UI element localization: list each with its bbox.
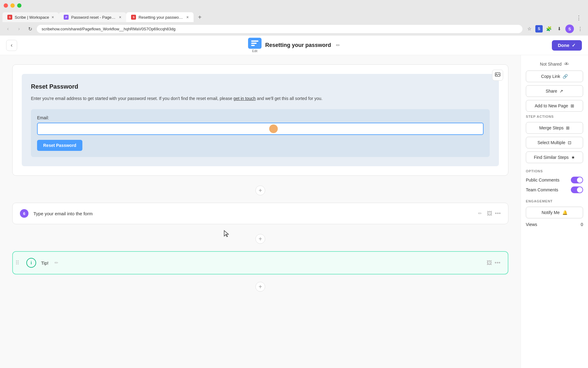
email-input-wrap: [37, 123, 484, 135]
reset-password-demo: Reset Password Enter you're email addres…: [22, 74, 499, 166]
reset-password-button[interactable]: Reset Password: [37, 140, 82, 151]
add-step-1-button[interactable]: +: [255, 186, 265, 195]
step-5-card: Reset Password Enter you're email addres…: [12, 64, 508, 176]
step-6-item: 6 Type your email into the form ✏ 🖼 •••: [12, 203, 508, 224]
svg-point-4: [496, 74, 497, 75]
copy-link-button[interactable]: Copy Link 🔗: [526, 71, 583, 82]
svg-rect-0: [251, 40, 258, 42]
step-6-edit-icon[interactable]: ✏: [478, 211, 482, 216]
share-label: Share: [546, 89, 557, 94]
views-count: 0: [581, 222, 583, 227]
team-comments-row: Team Comments: [526, 186, 583, 193]
step-6-more-icon[interactable]: •••: [495, 210, 501, 217]
tab-title-pageflows: Password reset - Page Flows: [71, 15, 116, 20]
back-button[interactable]: ‹: [6, 40, 17, 51]
favicon-pageflows: P: [64, 15, 69, 20]
new-tab-button[interactable]: +: [195, 12, 205, 22]
tab-close-active[interactable]: ×: [186, 15, 189, 20]
tab-bar: S Scribe | Workspace × P Password reset …: [0, 11, 588, 22]
merge-steps-button[interactable]: Merge Steps ⊞: [526, 122, 583, 134]
tab-scribe-workspace[interactable]: S Scribe | Workspace ×: [2, 12, 59, 22]
public-comments-row: Public Comments: [526, 177, 583, 183]
address-bar: ‹ › ↻ ☆ S 🧩 ⬇ S ⋮: [0, 22, 588, 36]
options-title: OPTIONS: [526, 169, 583, 173]
email-input[interactable]: [37, 123, 484, 135]
app-header: ‹ Edit Resetting your password ✏ Done ✓: [0, 36, 588, 55]
add-step-2-container: +: [12, 229, 508, 249]
profile-avatar[interactable]: S: [565, 25, 574, 33]
download-icon[interactable]: ⬇: [555, 25, 564, 33]
team-comments-toggle[interactable]: [571, 186, 583, 193]
scribe-logo: Edit: [248, 38, 262, 53]
public-comments-toggle[interactable]: [571, 177, 583, 183]
notify-me-button[interactable]: Notify Me 🔔: [526, 207, 583, 218]
right-sidebar: Not Shared 👁 Copy Link 🔗 Share ↗ Add to …: [521, 55, 588, 368]
close-button[interactable]: [4, 3, 8, 8]
tip-card-container: ⠿ i Tip! ✏ 🖼 •••: [12, 251, 508, 274]
title-edit-icon[interactable]: ✏: [336, 42, 340, 48]
tab-close-pageflows[interactable]: ×: [119, 15, 121, 20]
add-to-new-page-label: Add to New Page: [535, 103, 568, 108]
tip-card: ⠿ i Tip! ✏ 🖼 •••: [12, 251, 508, 274]
find-similar-button[interactable]: Find Similar Steps ★: [526, 151, 583, 163]
tab-title-active: Resetting your password | Scri...: [138, 15, 184, 20]
add-step-3-button[interactable]: +: [255, 282, 265, 292]
done-button[interactable]: Done ✓: [552, 40, 582, 51]
copy-link-icon: 🔗: [563, 74, 568, 79]
team-comments-toggle-knob: [577, 187, 582, 193]
add-to-new-page-icon: ⊞: [571, 103, 574, 108]
add-step-2-button[interactable]: +: [255, 234, 265, 244]
views-label: Views: [526, 222, 537, 227]
merge-steps-label: Merge Steps: [539, 125, 564, 130]
extension-icon[interactable]: S: [535, 25, 543, 33]
tab-close-scribe[interactable]: ×: [51, 15, 54, 20]
header-center: Edit Resetting your password ✏: [248, 38, 340, 53]
not-shared-eye-icon: 👁: [564, 61, 569, 67]
reset-password-title: Reset Password: [31, 83, 490, 90]
extensions-button[interactable]: 🧩: [545, 25, 553, 33]
engagement-title: ENGAGEMENT: [526, 199, 583, 203]
tip-edit-icon[interactable]: ✏: [55, 260, 58, 266]
svg-rect-1: [251, 43, 257, 44]
favicon-active: S: [131, 15, 136, 20]
bookmark-icon[interactable]: ☆: [525, 25, 533, 33]
not-shared-row: Not Shared 👁: [526, 61, 583, 67]
tab-pageflows[interactable]: P Password reset - Page Flows ×: [59, 12, 126, 22]
share-button[interactable]: Share ↗: [526, 85, 583, 97]
notify-me-label: Notify Me: [541, 210, 560, 215]
step-6-image-icon[interactable]: 🖼: [487, 210, 492, 217]
svg-rect-2: [251, 45, 255, 46]
add-step-3-container: +: [12, 277, 508, 297]
merge-steps-icon: ⊞: [566, 125, 570, 130]
tip-info-icon: i: [26, 258, 36, 268]
views-row: Views 0: [526, 222, 583, 227]
url-input[interactable]: [37, 25, 522, 33]
find-similar-icon: ★: [571, 155, 575, 160]
email-form: Email: Reset Password: [31, 109, 490, 157]
add-step-1-container: +: [12, 181, 508, 200]
card-screenshot-icon[interactable]: [492, 70, 503, 81]
tab-active[interactable]: S Resetting your password | Scri... ×: [126, 12, 194, 22]
maximize-button[interactable]: [17, 3, 21, 8]
content-area: Reset Password Enter you're email addres…: [0, 55, 521, 368]
add-to-new-page-button[interactable]: Add to New Page ⊞: [526, 100, 583, 112]
select-multiple-button[interactable]: Select Multiple ⊡: [526, 137, 583, 148]
email-label: Email:: [37, 115, 484, 120]
forward-nav-button[interactable]: ›: [15, 25, 23, 33]
options-section: OPTIONS Public Comments Team Comments: [526, 169, 583, 193]
get-in-touch-link[interactable]: get in touch: [233, 96, 255, 101]
step-6-actions: 🖼 •••: [487, 210, 501, 217]
minimize-button[interactable]: [10, 3, 15, 8]
done-label: Done: [558, 43, 570, 48]
tip-image-icon[interactable]: 🖼: [487, 260, 492, 266]
scribe-logo-icon: [248, 38, 262, 49]
chrome-settings-icon[interactable]: ⋮: [576, 25, 584, 33]
chrome-menu-icon[interactable]: ⋮: [575, 13, 583, 22]
drag-handle-icon[interactable]: ⠿: [15, 259, 19, 266]
back-nav-button[interactable]: ‹: [4, 25, 12, 33]
favicon-scribe: S: [7, 15, 12, 20]
team-comments-label: Team Comments: [526, 187, 558, 192]
tip-more-icon[interactable]: •••: [495, 260, 500, 266]
step-actions-title: STEP ACTIONS: [526, 115, 583, 118]
reload-button[interactable]: ↻: [26, 25, 34, 33]
